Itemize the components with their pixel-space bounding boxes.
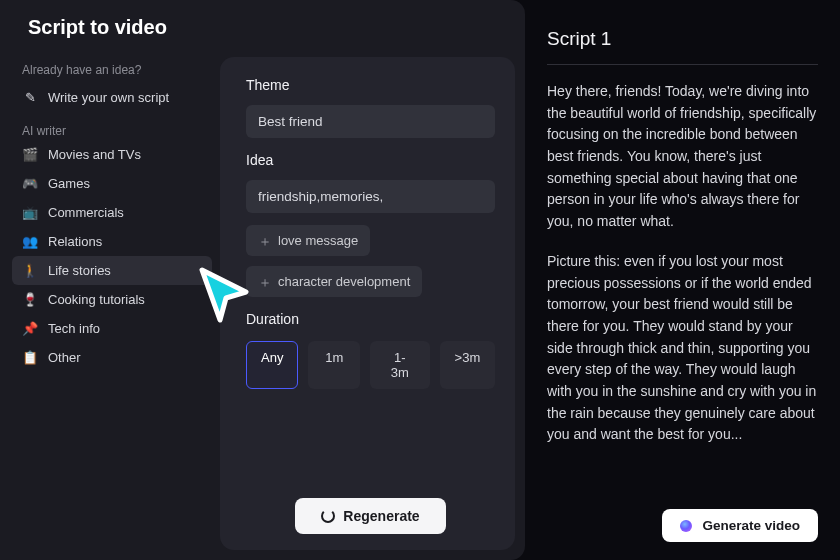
idea-input[interactable] (246, 180, 495, 213)
duration-label: Duration (246, 311, 495, 327)
sidebar-item-label: Tech info (48, 321, 100, 336)
left-panel: Script to video Already have an idea? ✎ … (0, 0, 525, 560)
category-icon: 🍷 (22, 292, 38, 307)
sidebar-item-movies-and-tvs[interactable]: 🎬 Movies and TVs (12, 140, 212, 169)
pencil-icon: ✎ (22, 90, 38, 105)
idea-suggestions: ＋ love message ＋ character development (246, 225, 495, 297)
duration-option-1m[interactable]: 1m (308, 341, 360, 389)
regenerate-wrap: Regenerate (246, 478, 495, 534)
idea-label: Idea (246, 152, 495, 168)
left-body: Already have an idea? ✎ Write your own s… (0, 53, 525, 560)
script-title: Script 1 (547, 28, 818, 50)
sidebar: Already have an idea? ✎ Write your own s… (0, 53, 220, 560)
category-icon: 👥 (22, 234, 38, 249)
sidebar-item-cooking-tutorials[interactable]: 🍷 Cooking tutorials (12, 285, 212, 314)
sidebar-item-relations[interactable]: 👥 Relations (12, 227, 212, 256)
ai-orb-icon (680, 520, 692, 532)
sidebar-item-label: Commercials (48, 205, 124, 220)
category-icon: 📋 (22, 350, 38, 365)
right-panel: Script 1 Hey there, friends! Today, we'r… (525, 0, 840, 560)
suggestion-chip-love-message[interactable]: ＋ love message (246, 225, 370, 256)
generate-label: Generate video (702, 518, 800, 533)
duration-segmented: Any 1m 1-3m >3m (246, 341, 495, 389)
plus-icon: ＋ (258, 275, 272, 289)
category-icon: 📺 (22, 205, 38, 220)
script-paragraph: Hey there, friends! Today, we're diving … (547, 81, 818, 233)
plus-icon: ＋ (258, 234, 272, 248)
theme-input[interactable] (246, 105, 495, 138)
category-icon: 🚶 (22, 263, 38, 278)
form-panel: Theme Idea ＋ love message ＋ character de… (220, 57, 515, 550)
script-body[interactable]: Hey there, friends! Today, we're diving … (547, 81, 818, 499)
sidebar-item-tech-info[interactable]: 📌 Tech info (12, 314, 212, 343)
sidebar-item-commercials[interactable]: 📺 Commercials (12, 198, 212, 227)
category-icon: 🎬 (22, 147, 38, 162)
generate-wrap: Generate video (547, 499, 818, 542)
sidebar-item-label: Games (48, 176, 90, 191)
divider (547, 64, 818, 65)
theme-label: Theme (246, 77, 495, 93)
sidebar-item-other[interactable]: 📋 Other (12, 343, 212, 372)
category-icon: 📌 (22, 321, 38, 336)
regenerate-label: Regenerate (343, 508, 419, 524)
chip-label: love message (278, 233, 358, 248)
sidebar-item-label: Movies and TVs (48, 147, 141, 162)
sidebar-item-label: Other (48, 350, 81, 365)
duration-option-any[interactable]: Any (246, 341, 298, 389)
sidebar-group-label: AI writer (12, 112, 212, 140)
category-icon: 🎮 (22, 176, 38, 191)
generate-video-button[interactable]: Generate video (662, 509, 818, 542)
duration-option-1-3m[interactable]: 1-3m (370, 341, 429, 389)
sidebar-item-label: Relations (48, 234, 102, 249)
suggestion-chip-character-development[interactable]: ＋ character development (246, 266, 422, 297)
regenerate-button[interactable]: Regenerate (295, 498, 445, 534)
sidebar-item-write-own[interactable]: ✎ Write your own script (12, 83, 212, 112)
sidebar-item-label: Write your own script (48, 90, 169, 105)
chip-label: character development (278, 274, 410, 289)
page-title: Script to video (0, 0, 525, 53)
refresh-icon (321, 509, 335, 523)
sidebar-item-label: Life stories (48, 263, 111, 278)
sidebar-item-games[interactable]: 🎮 Games (12, 169, 212, 198)
sidebar-hint: Already have an idea? (12, 57, 212, 83)
script-paragraph: Picture this: even if you lost your most… (547, 251, 818, 446)
sidebar-item-label: Cooking tutorials (48, 292, 145, 307)
sidebar-item-life-stories[interactable]: 🚶 Life stories (12, 256, 212, 285)
duration-option-3m-plus[interactable]: >3m (440, 341, 495, 389)
